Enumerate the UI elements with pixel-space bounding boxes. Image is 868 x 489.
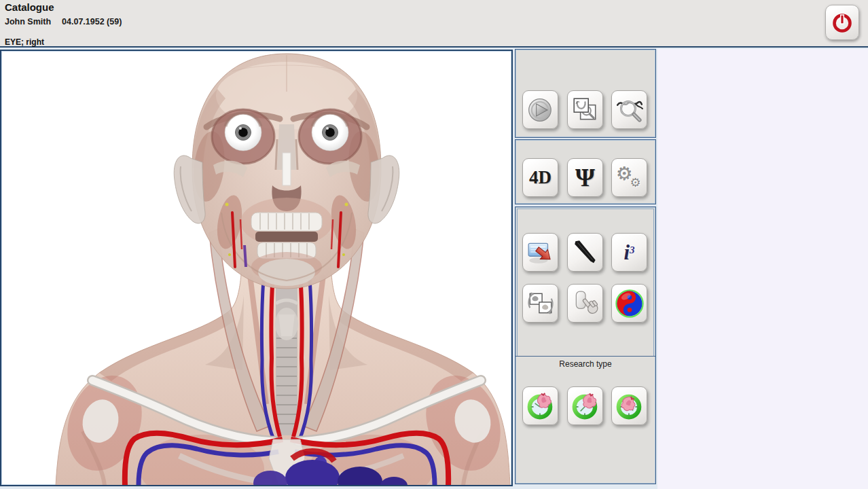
group-inner-border: [517, 209, 654, 357]
pathogen-search-button[interactable]: [611, 90, 647, 129]
research-type-label: Research type: [516, 359, 655, 369]
patient-name: John Smith: [5, 17, 51, 26]
context-label: EYE; right: [5, 37, 44, 47]
patient-info: John Smith04.07.1952 (59): [5, 17, 122, 26]
settings-button[interactable]: ⚙ ⚙: [611, 158, 647, 197]
research-type-2-button[interactable]: [567, 386, 603, 425]
fourd-label: 4D: [529, 167, 551, 188]
power-button[interactable]: [825, 5, 859, 40]
anatomy-3d-model: [1, 51, 511, 485]
research-type-3-button[interactable]: [611, 386, 647, 425]
eyeball-left: [225, 113, 261, 151]
organ-preview-zoom-icon: [571, 95, 600, 125]
research-clock-icon-3: [615, 391, 644, 421]
ear-left: [174, 156, 205, 223]
entrust-card-button[interactable]: [522, 233, 558, 272]
research-clock-icon-2: [571, 391, 600, 421]
psi-label: Ψ: [575, 165, 595, 190]
research-clock-icon-1: [526, 391, 555, 421]
entrust-card-icon: [526, 238, 555, 268]
research-type-1-button[interactable]: [522, 386, 558, 425]
yin-yang-icon: [615, 289, 644, 319]
header-bar: Catalogue John Smith04.07.1952 (59) EYE;…: [0, 0, 868, 48]
organ-preview-button[interactable]: [567, 90, 603, 129]
patient-dob: 04.07.1952 (59): [62, 17, 122, 26]
teeth: [251, 213, 322, 259]
pathogen-search-icon: [615, 95, 644, 125]
organ-compare-swap-icon: [526, 289, 555, 319]
info-cubed-button[interactable]: i3: [611, 233, 647, 272]
settings-gears-icon: ⚙ ⚙: [615, 162, 645, 194]
scalpel-button[interactable]: [567, 233, 603, 272]
eyeball-right: [312, 113, 348, 151]
yin-yang-button[interactable]: [611, 284, 647, 323]
toolbar-group-modes: 4D Ψ ⚙ ⚙: [515, 139, 656, 204]
toolbar-group-playback: [515, 49, 656, 138]
ear-right: [368, 156, 399, 223]
fourd-button[interactable]: 4D: [522, 158, 558, 197]
anatomy-viewer[interactable]: [0, 50, 513, 486]
power-icon: [831, 11, 854, 34]
nasal-septum-bone: [283, 153, 291, 185]
results-panel: [657, 49, 868, 489]
organ-compare-button[interactable]: [522, 284, 558, 323]
psi-button[interactable]: Ψ: [567, 158, 603, 197]
page-title: Catalogue: [5, 1, 54, 13]
info-cubed-icon: i3: [623, 242, 634, 263]
research-type-divider: [516, 356, 655, 357]
scalpel-icon: [571, 238, 600, 268]
play-button[interactable]: [522, 90, 558, 129]
anatomy-head: [174, 54, 399, 289]
hand-select-icon: [571, 289, 600, 319]
play-icon: [526, 95, 555, 125]
toolbar-group-research: i3: [515, 206, 656, 484]
hand-select-button[interactable]: [567, 284, 603, 323]
